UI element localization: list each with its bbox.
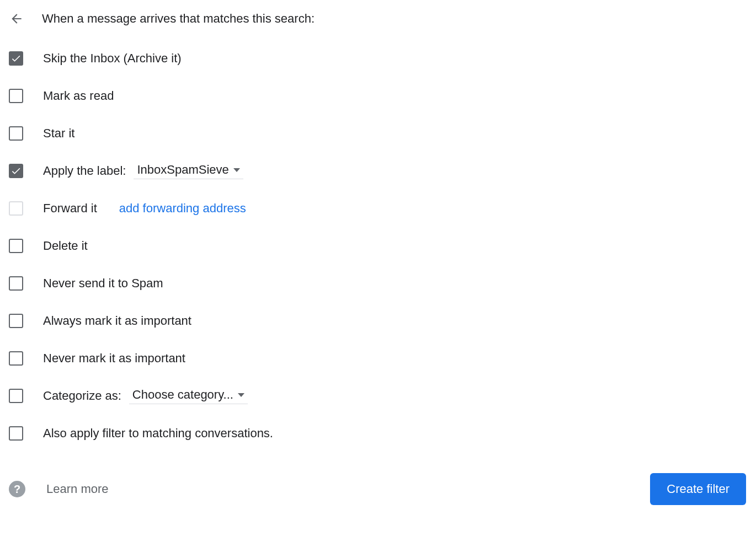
panel-header: When a message arrives that matches this… [6, 8, 750, 40]
option-text: Never mark it as important [43, 351, 185, 366]
dropdown-value: Choose category... [132, 388, 233, 402]
option-row-also-apply: Also apply filter to matching conversati… [6, 415, 750, 452]
option-label: Forward itadd forwarding address [43, 201, 246, 216]
option-row-mark-important: Always mark it as important [6, 302, 750, 340]
back-button[interactable] [6, 8, 28, 30]
help-icon[interactable]: ? [9, 481, 25, 497]
checkbox-mark-important[interactable] [9, 314, 23, 328]
dropdown-categorize[interactable]: Choose category... [129, 388, 248, 404]
option-row-forward-it: Forward itadd forwarding address [6, 190, 750, 227]
option-text: Never send it to Spam [43, 276, 163, 291]
checkbox-star-it[interactable] [9, 126, 23, 141]
filter-options-list: Skip the Inbox (Archive it)Mark as readS… [6, 40, 750, 452]
checkbox-never-important[interactable] [9, 351, 23, 366]
checkbox-mark-read[interactable] [9, 89, 23, 103]
option-label: Mark as read [43, 89, 114, 103]
option-row-delete-it: Delete it [6, 227, 750, 265]
dropdown-value: InboxSpamSieve [137, 163, 228, 177]
option-row-categorize: Categorize as:Choose category... [6, 377, 750, 415]
panel-footer: ? Learn more Create filter [6, 452, 750, 505]
chevron-down-icon [233, 168, 240, 172]
checkbox-skip-inbox[interactable] [9, 51, 23, 66]
option-row-skip-inbox: Skip the Inbox (Archive it) [6, 40, 750, 77]
option-text: Apply the label: [43, 164, 126, 178]
option-row-apply-label: Apply the label:InboxSpamSieve [6, 152, 750, 190]
check-icon [10, 165, 22, 176]
option-label: Also apply filter to matching conversati… [43, 426, 273, 441]
option-row-never-important: Never mark it as important [6, 340, 750, 377]
option-text: Also apply filter to matching conversati… [43, 426, 273, 441]
option-row-never-spam: Never send it to Spam [6, 265, 750, 302]
panel-title: When a message arrives that matches this… [42, 12, 315, 26]
checkbox-delete-it[interactable] [9, 239, 23, 253]
option-label: Star it [43, 126, 74, 141]
footer-left: ? Learn more [7, 481, 109, 497]
checkbox-forward-it [9, 201, 23, 216]
option-row-star-it: Star it [6, 115, 750, 152]
option-text: Mark as read [43, 89, 114, 103]
option-text: Delete it [43, 239, 88, 253]
option-row-mark-read: Mark as read [6, 77, 750, 115]
option-label: Skip the Inbox (Archive it) [43, 51, 182, 66]
dropdown-apply-label[interactable]: InboxSpamSieve [134, 163, 243, 179]
create-filter-button[interactable]: Create filter [650, 473, 746, 505]
option-text: Always mark it as important [43, 314, 191, 328]
option-label: Delete it [43, 239, 88, 253]
option-label: Categorize as:Choose category... [43, 388, 248, 404]
option-label: Never mark it as important [43, 351, 185, 366]
option-text: Forward it [43, 201, 97, 216]
filter-create-panel: When a message arrives that matches this… [0, 0, 756, 518]
checkbox-also-apply[interactable] [9, 426, 23, 441]
option-text: Categorize as: [43, 389, 121, 403]
option-label: Always mark it as important [43, 314, 191, 328]
checkbox-apply-label[interactable] [9, 164, 23, 178]
option-text: Skip the Inbox (Archive it) [43, 51, 182, 66]
learn-more-link[interactable]: Learn more [46, 482, 109, 496]
forwarding-address-link[interactable]: add forwarding address [119, 201, 246, 216]
option-label: Apply the label:InboxSpamSieve [43, 163, 243, 179]
checkbox-never-spam[interactable] [9, 276, 23, 291]
chevron-down-icon [238, 393, 244, 397]
checkbox-categorize[interactable] [9, 389, 23, 403]
arrow-left-icon [9, 12, 24, 26]
option-label: Never send it to Spam [43, 276, 163, 291]
check-icon [10, 53, 22, 64]
option-text: Star it [43, 126, 74, 141]
